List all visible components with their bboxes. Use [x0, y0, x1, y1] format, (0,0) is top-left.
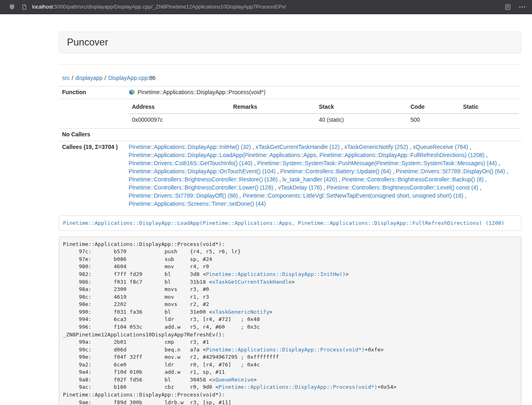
callee-link[interactable]: Pinetime::Components::LittleVgl::SetNewT… — [243, 192, 463, 199]
assembly-symbol-link[interactable]: xTaskGetCurrentTaskHandle — [212, 279, 292, 285]
breadcrumb-link-src[interactable]: src — [62, 75, 70, 81]
assembly-symbol-link[interactable]: xTaskGenericNotify — [212, 309, 269, 315]
assembly-symbol-link[interactable]: Pinetime::Applications::DisplayApp::Init… — [206, 271, 345, 277]
stats-value-row: 0x0000097c 40 (static) 500 — [129, 114, 518, 126]
callee-link[interactable]: Pinetime::Controllers::BrightnessControl… — [129, 176, 278, 183]
callee-link[interactable]: Pinetime::Applications::DisplayApp::OnTo… — [129, 168, 276, 174]
stats-header-address: Address — [129, 101, 230, 114]
callee-link[interactable]: Pinetime::Drivers::St7789::DisplayOff() … — [129, 192, 238, 199]
stats-header-stack: Stack — [316, 101, 407, 114]
page-icon[interactable] — [22, 4, 27, 10]
overflow-menu-icon[interactable] — [519, 6, 526, 8]
callee-link[interactable]: Pinetime::Applications::Screens::Timer::… — [129, 200, 266, 207]
callee-link[interactable]: Pinetime::Controllers::Battery::Update()… — [280, 168, 391, 174]
divider — [59, 64, 521, 65]
reader-mode-icon[interactable] — [505, 4, 511, 10]
stats-header-static: Static — [460, 101, 518, 114]
callee-link[interactable]: Pinetime::Drivers::Cst816S::GetTouchInfo… — [129, 160, 252, 166]
assembly-symbol-link[interactable]: xQueueReceive — [212, 377, 254, 383]
stats-address-value: 0x0000097c — [129, 114, 230, 126]
breadcrumb-separator: / — [105, 75, 106, 81]
callee-link[interactable]: Pinetime::Controllers::BrightnessControl… — [129, 184, 273, 191]
callee-link[interactable]: xTaskGenericNotify (252) — [344, 144, 408, 150]
breadcrumb-link-displayapp[interactable]: displayapp — [75, 75, 103, 81]
page-container: Puncover src/displayapp/DisplayApp.cpp:8… — [59, 32, 521, 405]
assembly-symbol-link[interactable]: Pinetime::Applications::DisplayApp::Proc… — [206, 347, 364, 353]
stats-header-row: Address Remarks Stack Code Static — [129, 101, 518, 114]
no-callers-cell — [125, 128, 521, 141]
app-header-panel: Puncover — [59, 32, 521, 53]
callees-label: Callees (19, Σ=3704 ) — [59, 141, 125, 210]
callee-link[interactable]: Pinetime::Applications::DisplayApp::Init… — [129, 144, 251, 150]
callee-link[interactable]: xTaskGetCurrentTaskHandle (12) — [256, 144, 340, 150]
browser-chrome: localhost:5000/path/src/displayapp/Displ… — [0, 0, 532, 14]
no-callers-label: No Callers — [59, 128, 125, 141]
empty-row-label — [59, 99, 125, 128]
url-bar[interactable]: localhost:5000/path/src/displayapp/Displ… — [32, 3, 500, 11]
app-title: Puncover — [67, 37, 108, 47]
symbol-header-link[interactable]: Pinetime::Applications::DisplayApp::Load… — [63, 220, 504, 226]
assembly-code: Pinetime::Applications::DisplayApp::Proc… — [59, 237, 521, 405]
callee-link[interactable]: Pinetime::Drivers::St7789::DisplayOn() (… — [396, 168, 505, 174]
symbol-header: Pinetime::Applications::DisplayApp::Load… — [59, 215, 521, 231]
stats-row-container: Address Remarks Stack Code Static 0x0000… — [59, 99, 521, 128]
stats-cell: Address Remarks Stack Code Static 0x0000… — [125, 99, 521, 128]
assembly-symbol-link[interactable]: Pinetime::Applications::DisplayApp::Proc… — [219, 384, 377, 390]
url-path: :5000/path/src/displayapp/DisplayApp.cpp… — [53, 3, 286, 11]
breadcrumb-link-file[interactable]: DisplayApp.cpp — [108, 75, 147, 81]
callee-link[interactable]: Pinetime::Controllers::BrightnessControl… — [327, 184, 478, 191]
function-row: Function Pinetime::Applications::Display… — [59, 86, 521, 99]
url-domain: localhost — [32, 3, 53, 11]
stats-code-value: 500 — [407, 114, 460, 126]
callee-link[interactable]: Pinetime::Controllers::BrightnessControl… — [342, 176, 483, 183]
breadcrumb: src/displayapp/DisplayApp.cpp:86 — [59, 74, 521, 82]
stats-header-remarks: Remarks — [230, 101, 316, 114]
shield-icon[interactable] — [9, 4, 15, 10]
stats-stack-value: 40 (static) — [316, 114, 407, 126]
stats-remarks-value — [230, 114, 316, 126]
callee-link[interactable]: vTaskDelay (176) — [278, 184, 322, 191]
callees-row: Callees (19, Σ=3704 ) Pinetime::Applicat… — [59, 141, 521, 210]
no-callers-row: No Callers — [59, 128, 521, 141]
stats-table: Address Remarks Stack Code Static 0x0000… — [129, 101, 518, 126]
stats-header-code: Code — [407, 101, 460, 114]
callee-link[interactable]: Pinetime::Applications::DisplayApp::Load… — [129, 152, 485, 158]
callee-link[interactable]: xQueueReceive (764) — [413, 144, 468, 150]
function-name: Pinetime::Applications::DisplayApp::Proc… — [138, 89, 265, 95]
callee-link[interactable]: Pinetime::System::SystemTask::PushMessag… — [257, 160, 497, 166]
callees-list: Pinetime::Applications::DisplayApp::Init… — [125, 141, 521, 210]
function-icon — [129, 89, 135, 95]
function-table: Function Pinetime::Applications::Display… — [59, 86, 521, 210]
breadcrumb-separator: / — [72, 75, 73, 81]
breadcrumb-line-number: :86 — [148, 75, 155, 81]
stats-static-value — [460, 114, 518, 126]
callee-link[interactable]: lv_task_handler (420) — [282, 176, 337, 183]
function-row-label: Function — [59, 86, 125, 99]
function-name-cell: Pinetime::Applications::DisplayApp::Proc… — [125, 86, 521, 99]
